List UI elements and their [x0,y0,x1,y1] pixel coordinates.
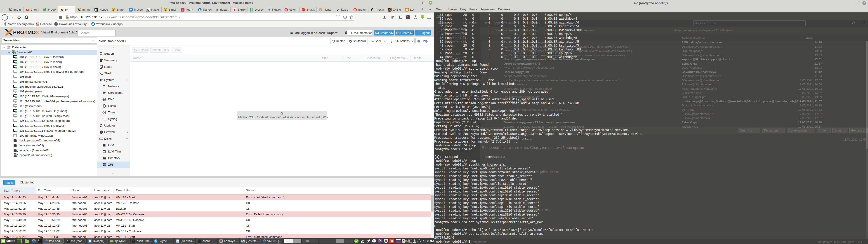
svg-text:$-: $- [198,240,200,242]
svg-text:Я: Я [285,8,287,11]
svg-text:lt: lt [320,8,321,11]
svg-text:Z: Z [337,8,339,12]
svg-text:S: S [113,8,115,11]
svg-text:$-: $- [67,240,69,242]
svg-text:S: S [155,240,156,243]
svg-text:b: b [199,8,201,11]
svg-text:m: m [95,8,97,11]
svg-text:$-: $- [133,240,134,242]
svg-text:Я: Я [303,8,304,11]
svg-text:N: N [147,8,149,11]
svg-text:?: ? [418,40,420,42]
svg-text:S: S [182,9,184,11]
svg-text:S: S [165,8,166,11]
svg-text:$-: $- [38,239,40,241]
svg-text:Я: Я [354,8,356,11]
